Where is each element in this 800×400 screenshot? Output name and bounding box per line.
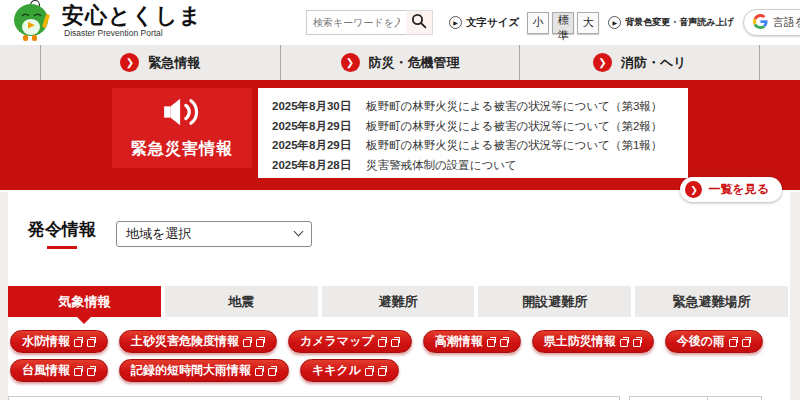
page-right-margin (790, 192, 800, 400)
site-subtitle: Disaster Prevention Portal (64, 28, 202, 38)
nav-item-emergency[interactable]: ❯ 緊急情報 (40, 45, 280, 80)
site-title: 安心とくしま (62, 4, 202, 28)
tab-evacuation-sites[interactable]: 緊急避難場所 (635, 286, 788, 317)
region-select-value: 地域を選択 (126, 225, 191, 243)
external-link-icon (487, 337, 496, 346)
nav-item-fire-helicopter[interactable]: ❯ 消防・ヘリ (519, 45, 760, 80)
play-icon: ▶ (449, 16, 462, 29)
play-icon: ▶ (608, 16, 621, 29)
search-input[interactable] (306, 10, 406, 35)
main-nav: ❯ 緊急情報 ❯ 防災・危機管理 ❯ 消防・ヘリ (0, 45, 800, 80)
quick-links-row-2: 台風情報 記録的短時間大雨情報 キキクル (8, 359, 788, 382)
news-item[interactable]: 2025年8月29日 板野町の林野火災による被害の状況等について（第2報） (272, 117, 674, 137)
news-date: 2025年8月29日 (272, 136, 366, 156)
nav-label: 緊急情報 (148, 54, 200, 72)
view-all-button[interactable]: ❯ 一覧を見る (680, 177, 782, 202)
tab-bar: 気象情報 地震 避難所 開設避難所 緊急避難場所 (8, 286, 788, 317)
link-flood-info[interactable]: 水防情報 (10, 330, 108, 353)
font-size-label: 文字サイズ (466, 16, 519, 30)
news-title: 板野町の林野火災による被害の状況等について（第3報） (366, 97, 662, 117)
font-size-group: ▶ 文字サイズ 小 標準 大 (449, 12, 599, 34)
language-label: 言語を選択 (773, 15, 800, 30)
news-title: 災害警戒体制の設置について (366, 156, 517, 176)
font-medium-button[interactable]: 標準 (552, 12, 574, 34)
speaker-icon (160, 96, 204, 132)
new-window-icon (87, 337, 96, 346)
advisory-city-panel: 徳島市 雷注意報 (629, 396, 762, 400)
font-large-button[interactable]: 大 (577, 12, 599, 34)
external-link-icon (243, 337, 252, 346)
news-date: 2025年8月30日 (272, 97, 366, 117)
accessibility-link[interactable]: ▶ 背景色変更・音声読み上げ (608, 16, 733, 29)
chevron-right-icon: ❯ (120, 53, 139, 72)
link-record-rainfall[interactable]: 記録的短時間大雨情報 (119, 359, 289, 382)
nav-item-disaster-management[interactable]: ❯ 防災・危機管理 (280, 45, 520, 80)
advisory-table-row: 徳島市 雷注意報 (8, 396, 788, 400)
link-sediment-disaster-risk[interactable]: 土砂災害危険度情報 (119, 330, 277, 353)
chevron-right-icon: ❯ (685, 181, 702, 198)
google-icon (753, 14, 768, 31)
search-icon (411, 13, 427, 32)
chevron-right-icon: ❯ (341, 53, 360, 72)
new-window-icon (391, 337, 400, 346)
link-kikikuru[interactable]: キキクル (300, 359, 399, 382)
heading-accent (47, 246, 77, 249)
site-logo[interactable]: 安心とくしま Disaster Prevention Portal (10, 0, 306, 46)
mascot-icon (10, 0, 56, 46)
new-window-icon (268, 366, 277, 375)
issued-info-heading: 発令情報 (28, 218, 96, 249)
link-prefectural-disaster-prevention[interactable]: 県土防災情報 (532, 330, 654, 353)
external-link-icon (74, 337, 83, 346)
header: 安心とくしま Disaster Prevention Portal ▶ 文字サイ… (0, 0, 800, 45)
news-item[interactable]: 2025年8月30日 板野町の林野火災による被害の状況等について（第3報） (272, 97, 674, 117)
new-window-icon (378, 366, 387, 375)
emergency-news-list: 2025年8月30日 板野町の林野火災による被害の状況等について（第3報） 20… (258, 88, 688, 178)
link-upcoming-rain[interactable]: 今後の雨 (665, 330, 763, 353)
news-title: 板野町の林野火災による被害の状況等について（第1報） (366, 136, 662, 156)
external-link-icon (255, 366, 264, 375)
new-window-icon (742, 337, 751, 346)
view-all-label: 一覧を見る (708, 181, 769, 198)
new-window-icon (256, 337, 265, 346)
emergency-title: 緊急災害情報 (131, 139, 233, 160)
tab-open-shelters[interactable]: 開設避難所 (478, 286, 631, 317)
emergency-info-label: 緊急災害情報 (112, 88, 252, 168)
font-small-button[interactable]: 小 (527, 12, 549, 34)
news-item[interactable]: 2025年8月29日 板野町の林野火災による被害の状況等について（第1報） (272, 136, 674, 156)
logo-text: 安心とくしま Disaster Prevention Portal (62, 0, 202, 38)
region-select[interactable]: 地域を選択 (116, 221, 312, 247)
issued-info-row: 発令情報 地域を選択 (8, 190, 788, 249)
external-link-icon (378, 337, 387, 346)
external-link-icon (729, 337, 738, 346)
news-date: 2025年8月28日 (272, 156, 366, 176)
new-window-icon (633, 337, 642, 346)
new-window-icon (87, 366, 96, 375)
external-link-icon (365, 366, 374, 375)
advisory-map-panel (8, 396, 620, 400)
external-link-icon (620, 337, 629, 346)
new-window-icon (500, 337, 509, 346)
news-item[interactable]: 2025年8月28日 災害警戒体制の設置について (272, 156, 674, 176)
external-link-icon (74, 366, 83, 375)
nav-label: 防災・危機管理 (369, 54, 460, 72)
search-button[interactable] (406, 10, 433, 35)
tab-earthquake[interactable]: 地震 (165, 286, 318, 317)
tab-shelters[interactable]: 避難所 (322, 286, 475, 317)
search-box (306, 10, 433, 35)
tab-weather[interactable]: 気象情報 (8, 286, 161, 317)
link-typhoon-info[interactable]: 台風情報 (10, 359, 108, 382)
emergency-band: 緊急災害情報 2025年8月30日 板野町の林野火災による被害の状況等について（… (0, 80, 800, 190)
quick-links-row-1: 水防情報 土砂災害危険度情報 カメラマップ 高潮情報 県土防災情報 今後の雨 (8, 330, 788, 353)
main-content: 発令情報 地域を選択 気象情報 地震 避難所 開設避難所 緊急避難場所 水防情報… (8, 190, 788, 400)
language-select-button[interactable]: 言語を選択 ▼ (743, 9, 800, 36)
link-camera-map[interactable]: カメラマップ (288, 330, 412, 353)
news-date: 2025年8月29日 (272, 117, 366, 137)
chevron-down-icon (294, 227, 304, 237)
link-storm-surge[interactable]: 高潮情報 (423, 330, 521, 353)
page-left-margin (0, 192, 8, 400)
chevron-right-icon: ❯ (593, 53, 612, 72)
nav-label: 消防・ヘリ (621, 54, 687, 72)
accessibility-label: 背景色変更・音声読み上げ (625, 16, 733, 29)
news-title: 板野町の林野火災による被害の状況等について（第2報） (366, 117, 662, 137)
